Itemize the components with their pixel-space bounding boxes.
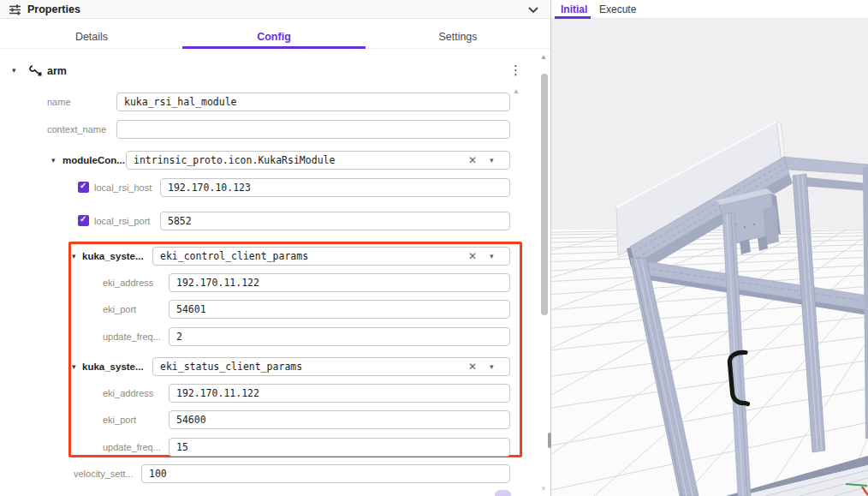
tab-details[interactable]: Details [27,31,156,43]
floating-action-button-partial[interactable] [495,490,511,496]
field-label-update-freq: update_freq... [103,332,161,342]
update-freq-input-1[interactable] [169,327,510,346]
name-input[interactable] [116,93,510,111]
kebab-menu-icon[interactable]: ⋮ [509,63,522,77]
checkbox-local-rsi-port[interactable] [78,215,89,226]
field-label-eki-address: eki_address [103,278,153,288]
kuka-system-select-2[interactable] [152,357,510,376]
field-label-eki-port: eki_port [103,304,136,314]
dropdown-caret-icon[interactable]: ▾ [490,156,494,164]
tab-initial[interactable]: Initial [561,3,587,15]
tune-icon [9,3,21,16]
tab-settings[interactable]: Settings [394,31,522,43]
field-label-eki-address: eki_address [103,388,153,398]
clear-icon[interactable]: ✕ [468,361,477,373]
tab-config[interactable]: Config [210,31,338,43]
group-label-module-config: moduleCon... [62,155,125,165]
eki-port-input-1[interactable] [169,300,510,319]
clear-icon[interactable]: ✕ [468,250,477,262]
3d-viewport[interactable] [551,19,868,496]
field-label-local-rsi-host: local_rsi_host [94,182,152,193]
scroll-up-icon[interactable]: ▲ [540,53,547,61]
velocity-input[interactable] [141,464,510,483]
update-freq-input-2[interactable] [169,438,510,457]
component-name: arm [47,65,67,77]
scrollbar-thumb[interactable] [541,74,548,315]
group-label-kuka-system-2: kuka_syste... [82,362,144,372]
checkbox-local-rsi-host[interactable] [78,182,89,193]
panel-title: Properties [27,3,80,15]
module-config-select[interactable] [126,151,510,170]
field-label-update-freq: update_freq... [103,442,161,452]
field-label-local-rsi-port: local_rsi_port [94,216,150,226]
eki-address-input-1[interactable] [169,273,510,292]
dropdown-caret-icon[interactable]: ▾ [490,362,494,371]
properties-header: Properties [0,0,550,19]
group-caret-icon[interactable]: ▾ [72,252,76,260]
context-name-input[interactable] [116,120,510,139]
field-label-velocity: velocity_sett... [74,469,134,479]
group-caret-icon[interactable]: ▾ [72,362,76,371]
clear-icon[interactable]: ✕ [468,154,477,166]
field-label-name: name [47,97,71,107]
scroll-down-icon[interactable]: ▼ [540,485,547,493]
local-rsi-port-input[interactable] [160,212,510,230]
expand-caret-icon[interactable]: ▾ [12,66,16,75]
eki-port-input-2[interactable] [169,410,510,429]
eki-address-input-2[interactable] [169,384,510,403]
app-window: Properties Details Config Settings ▾ arm… [0,0,868,496]
local-rsi-host-input[interactable] [160,178,510,197]
tab-execute[interactable]: Execute [599,3,636,15]
field-label-context-name: context_name [47,124,106,134]
kuka-system-select-1[interactable] [152,247,510,266]
group-caret-icon[interactable]: ▾ [51,156,56,164]
dropdown-caret-icon[interactable]: ▾ [490,252,494,260]
group-label-kuka-system-1: kuka_syste... [82,251,144,261]
collapse-chevron-down-icon[interactable] [527,6,539,14]
active-tab-indicator [182,46,366,49]
field-label-eki-port: eki_port [103,415,136,425]
robot-arm-icon [29,63,43,77]
form-scroll-up-icon[interactable]: ▲ [513,87,520,95]
